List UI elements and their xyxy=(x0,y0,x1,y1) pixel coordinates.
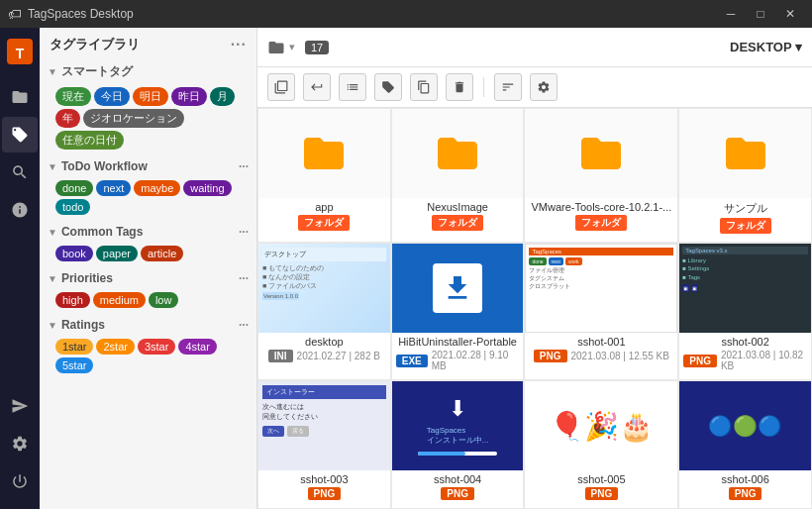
copy-btn[interactable] xyxy=(410,73,438,101)
tag-medium[interactable]: medium xyxy=(93,292,146,308)
section-todo[interactable]: ▼ ToDo Workflow ··· xyxy=(40,155,256,177)
todo-arrow: ▼ xyxy=(48,161,57,172)
tag-todo[interactable]: todo xyxy=(55,199,90,215)
return-btn[interactable] xyxy=(303,73,331,101)
tag-4star[interactable]: 4star xyxy=(178,339,216,355)
nav-info-btn[interactable] xyxy=(2,192,38,228)
ratings-menu-btn[interactable]: ··· xyxy=(239,318,249,332)
nav-settings-btn[interactable] xyxy=(2,426,38,461)
tag-today[interactable]: 今日 xyxy=(94,87,130,106)
thumb-sample xyxy=(679,109,811,198)
file-name-sshot002: sshot-002 xyxy=(679,333,811,350)
section-smart-tags[interactable]: ▼ スマートタグ xyxy=(40,59,256,84)
tag-5star[interactable]: 5star xyxy=(55,357,93,373)
file-item-desktop[interactable]: デスクトップ ■ もてなしのための■ なんかの設定■ ファイルのパス Versi… xyxy=(257,243,391,380)
badge-sshot005: PNG xyxy=(585,487,619,500)
file-item-sshot003[interactable]: インストーラー 次へ進むには同意してください 次へ 戻る sshot-003 P… xyxy=(257,380,391,509)
tag-article[interactable]: article xyxy=(141,246,183,261)
tag-3star[interactable]: 3star xyxy=(138,339,175,355)
tag-any-date[interactable]: 任意の日付 xyxy=(55,131,124,150)
thumb-app xyxy=(258,109,390,198)
desktop-label[interactable]: DESKTOP ▾ xyxy=(730,40,802,54)
file-item-hibit[interactable]: HiBitUninstaller-Portable EXE 2021.02.28… xyxy=(391,243,525,380)
tag-1star[interactable]: 1star xyxy=(55,339,93,355)
file-item-app[interactable]: app フォルダ xyxy=(257,108,391,243)
tag-2star[interactable]: 2star xyxy=(96,339,134,355)
file-item-sshot005[interactable]: 🎈🎉🎂 sshot-005 PNG xyxy=(524,380,678,509)
tag-paper[interactable]: paper xyxy=(96,246,138,261)
thumb-vmware xyxy=(525,109,677,198)
tag-next[interactable]: next xyxy=(96,180,131,196)
tag-yesterday[interactable]: 昨日 xyxy=(171,87,207,106)
todo-tags-grid: done next maybe waiting todo xyxy=(40,177,256,221)
section-ratings[interactable]: ▼ Ratings ··· xyxy=(40,314,256,336)
maximize-btn[interactable]: □ xyxy=(747,4,774,24)
svg-text:T: T xyxy=(16,46,25,61)
icon-bar-bottom xyxy=(2,388,38,509)
badge-sample: フォルダ xyxy=(720,218,771,234)
file-item-sample[interactable]: サンプル フォルダ xyxy=(678,108,812,243)
section-priorities[interactable]: ▼ Priorities ··· xyxy=(40,267,256,289)
smart-tags-label: スマートタグ xyxy=(61,63,133,80)
file-item-sshot004[interactable]: ⬇ TagSpacesインストール中... sshot-004 PNG xyxy=(391,380,525,509)
nav-power-btn[interactable] xyxy=(2,463,38,499)
tag-geolocation[interactable]: ジオロケーション xyxy=(83,109,184,128)
nav-tag-btn[interactable] xyxy=(2,117,38,153)
file-tags-sshot001: PNG 2021.03.08 | 12.55 KB xyxy=(530,350,673,366)
close-btn[interactable]: ✕ xyxy=(776,4,804,24)
file-item-nexus[interactable]: NexusImage フォルダ xyxy=(391,108,525,243)
tag-maybe[interactable]: maybe xyxy=(134,180,180,196)
grid-settings-btn[interactable] xyxy=(530,73,558,101)
file-tags-desktop: INI 2021.02.27 | 282 B xyxy=(264,350,384,366)
tag-waiting[interactable]: waiting xyxy=(183,180,231,196)
delete-btn[interactable] xyxy=(446,73,473,101)
badge-desktop: INI xyxy=(268,350,293,362)
file-tags-app: フォルダ xyxy=(294,215,354,235)
minimize-btn[interactable]: ─ xyxy=(717,4,745,24)
sidebar-menu-btn[interactable]: ··· xyxy=(231,36,247,53)
file-item-sshot001[interactable]: TagSpaces done next work ファイル管理タグシステムクロス… xyxy=(524,243,678,380)
file-tags-sshot004: PNG xyxy=(437,487,478,504)
file-tags-sshot005: PNG xyxy=(581,487,623,504)
list-view-btn[interactable] xyxy=(339,73,366,101)
nav-search-btn[interactable] xyxy=(2,154,38,190)
file-tags-vmware: フォルダ xyxy=(571,215,631,235)
tag-present[interactable]: 現在 xyxy=(55,87,91,106)
file-tags-sample: フォルダ xyxy=(716,218,775,238)
priorities-menu-btn[interactable]: ··· xyxy=(239,271,249,285)
tag-high[interactable]: high xyxy=(55,292,90,308)
file-item-sshot002[interactable]: TagSpaces v3.x ■ Library■ Settings■ Tags… xyxy=(678,243,812,380)
smart-tags-arrow: ▼ xyxy=(48,66,57,77)
section-common[interactable]: ▼ Common Tags ··· xyxy=(40,221,256,243)
file-tags-sshot002: PNG 2021.03.08 | 10.82 KB xyxy=(679,350,811,375)
icon-bar: T xyxy=(0,28,40,509)
badge-sshot003: PNG xyxy=(308,487,342,500)
tag-tomorrow[interactable]: 明日 xyxy=(133,87,168,106)
priorities-tags-grid: high medium low xyxy=(40,289,256,314)
file-item-sshot006[interactable]: 🔵🟢🔵 sshot-006 PNG xyxy=(678,380,812,509)
folder-nav-btn[interactable]: ▾ 17 xyxy=(267,39,329,56)
todo-menu-btn[interactable]: ··· xyxy=(239,159,249,173)
tag-low[interactable]: low xyxy=(149,292,179,308)
tag-done[interactable]: done xyxy=(55,180,93,196)
todo-label: ToDo Workflow xyxy=(61,159,148,173)
file-name-sshot004: sshot-004 xyxy=(392,470,524,487)
meta-desktop: 2021.02.27 | 282 B xyxy=(297,351,380,361)
common-tags-grid: book paper article xyxy=(40,243,256,267)
tag-year[interactable]: 年 xyxy=(55,109,80,128)
sort-btn[interactable] xyxy=(494,73,522,101)
tag-action-btn[interactable] xyxy=(374,73,402,101)
nav-folder-btn[interactable] xyxy=(2,79,38,115)
common-label: Common Tags xyxy=(61,225,143,239)
tag-book[interactable]: book xyxy=(55,246,93,261)
file-item-vmware[interactable]: VMware-Tools-core-10.2.1-... フォルダ xyxy=(524,108,678,243)
sidebar-title: タグライブラリ xyxy=(50,36,140,53)
meta-sshot001: 2021.03.08 | 12.55 KB xyxy=(571,351,669,361)
select-all-btn[interactable] xyxy=(267,73,295,101)
common-menu-btn[interactable]: ··· xyxy=(239,225,249,239)
nav-send-btn[interactable] xyxy=(2,388,38,424)
tag-month[interactable]: 月 xyxy=(210,87,235,106)
folder-arrow: ▾ xyxy=(289,41,295,53)
badge-sshot006: PNG xyxy=(729,487,762,500)
file-name-sshot003: sshot-003 xyxy=(258,470,390,487)
